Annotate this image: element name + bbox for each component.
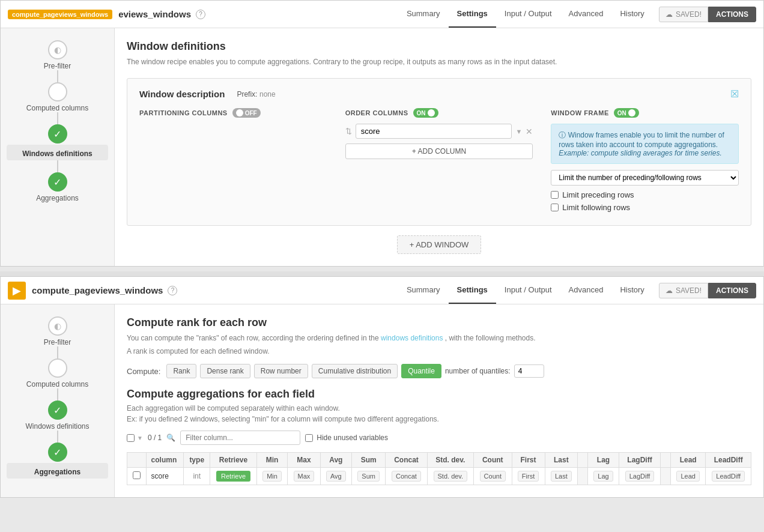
compute-cumulative[interactable]: Cumulative distribution — [312, 364, 398, 378]
panel-1-nav: Summary Settings Input / Output Advanced… — [398, 1, 653, 28]
retrieve-button[interactable]: Retrieve — [216, 471, 250, 482]
card-title: Window description — [139, 89, 225, 99]
info-box: ⓘ Window frames enable you to limit the … — [551, 124, 739, 164]
nav-history-2[interactable]: History — [611, 277, 652, 304]
lag-btn[interactable]: Lag — [593, 471, 613, 482]
row-type: int — [184, 468, 210, 485]
clock-icon-1: ◐ — [54, 45, 61, 55]
limit-following-checkbox[interactable] — [551, 204, 559, 211]
row-lead: Lead — [671, 468, 706, 485]
section-desc-1: The window recipe enables you to compute… — [127, 56, 751, 67]
connector-6 — [57, 431, 58, 443]
nav-summary-1[interactable]: Summary — [398, 1, 449, 28]
stddev-btn[interactable]: Std. dev. — [434, 471, 468, 482]
score-dropdown[interactable]: ▼ — [515, 128, 522, 135]
compute-quantile[interactable]: Quantile — [401, 364, 441, 378]
select-all-checkbox[interactable] — [127, 434, 135, 442]
sum-btn[interactable]: Sum — [357, 471, 380, 482]
order-toggle[interactable]: ON — [413, 108, 438, 118]
th-count: Count — [474, 453, 512, 468]
first-btn[interactable]: First — [518, 471, 539, 482]
dropdown-arrow[interactable]: ▼ — [137, 435, 143, 441]
compute-dense-rank[interactable]: Dense rank — [200, 364, 250, 378]
quantile-label: number of quantiles: — [445, 367, 511, 375]
step-label-windows-2: Windows definitions — [25, 422, 89, 431]
step-node-computed-2 — [48, 358, 67, 378]
row-sep1 — [578, 468, 588, 485]
saved-button-1[interactable]: ☁ SAVED! — [659, 7, 708, 22]
step-label-computed-1: Computed columns — [26, 104, 88, 112]
lead-btn[interactable]: Lead — [676, 471, 699, 482]
nav-inputoutput-2[interactable]: Input / Output — [496, 277, 560, 304]
connector-5 — [57, 388, 58, 401]
window-frame-label: WINDOW FRAME — [551, 109, 608, 116]
min-btn[interactable]: Min — [262, 471, 282, 482]
compute-title: Compute rank for each row — [127, 316, 751, 329]
panel-2-nav: Summary Settings Input / Output Advanced… — [398, 277, 653, 304]
agg-title: Compute aggregations for each field — [127, 388, 751, 401]
row-stddev: Std. dev. — [427, 468, 473, 485]
panel-2-tag: ▶ — [8, 282, 26, 300]
window-frame-toggle[interactable]: ON — [614, 108, 639, 118]
order-toggle-row: ORDER COLUMNS ON — [345, 108, 533, 118]
nav-inputoutput-1[interactable]: Input / Output — [496, 1, 560, 28]
nav-advanced-1[interactable]: Advanced — [560, 1, 612, 28]
compute-row-number[interactable]: Row number — [254, 364, 308, 378]
add-window-button[interactable]: + ADD WINDOW — [397, 235, 482, 254]
filter-input[interactable] — [180, 431, 300, 445]
quantile-input[interactable] — [514, 364, 544, 378]
hide-unused-checkbox[interactable] — [305, 434, 313, 442]
avg-btn[interactable]: Avg — [326, 471, 346, 482]
partitioning-section: PARTITIONING COLUMNS OFF — [139, 108, 327, 124]
nav-summary-2[interactable]: Summary — [398, 277, 449, 304]
th-avg: Avg — [320, 453, 351, 468]
leaddiff-btn[interactable]: LeadDiff — [712, 471, 745, 482]
limit-preceding-checkbox[interactable] — [551, 191, 559, 199]
help-icon-1[interactable]: ? — [196, 10, 205, 19]
row-concat: Concat — [386, 468, 427, 485]
step-aggregations-2: ✓ Aggregations — [7, 443, 108, 479]
score-remove[interactable]: ✕ — [526, 127, 533, 136]
clock-icon-2: ◐ — [54, 321, 61, 331]
lagdiff-btn[interactable]: LagDiff — [625, 471, 655, 482]
score-input[interactable] — [356, 124, 512, 139]
last-btn[interactable]: Last — [551, 471, 572, 482]
compute-desc-3: A rank is computed for each defined wind… — [127, 346, 751, 357]
windows-definitions-link[interactable]: windows definitions — [381, 334, 443, 342]
hide-unused: Hide unused variables — [305, 434, 388, 442]
section-title-1: Window definitions — [127, 40, 751, 53]
th-sep1 — [578, 453, 588, 468]
row-name: score — [146, 468, 184, 485]
partitioning-toggle[interactable]: OFF — [232, 108, 261, 118]
max-btn[interactable]: Max — [294, 471, 315, 482]
step-node-windows-2: ✓ — [48, 401, 67, 420]
nav-history-1[interactable]: History — [611, 1, 652, 28]
sort-icon: ⇅ — [345, 127, 352, 136]
step-highlight-windows-1: Windows definitions — [7, 145, 108, 160]
saved-button-2[interactable]: ☁ SAVED! — [659, 283, 708, 298]
panel-1-header: compute_pageviews_windows eviews_windows… — [1, 1, 763, 28]
order-section: ORDER COLUMNS ON ⇅ ▼ ✕ + ADD — [345, 108, 533, 159]
nav-settings-1[interactable]: Settings — [449, 1, 496, 28]
concat-btn[interactable]: Concat — [392, 471, 421, 482]
nav-settings-2[interactable]: Settings — [449, 277, 496, 304]
step-label-computed-2: Computed columns — [26, 380, 88, 388]
count-btn[interactable]: Count — [480, 471, 506, 482]
limit-following-label: Limit following rows — [562, 203, 630, 212]
add-column-button[interactable]: + ADD COLUMN — [345, 144, 533, 159]
step-windows-1: ✓ Windows definitions — [7, 124, 108, 172]
frame-select[interactable]: Limit the number of preceding/following … — [551, 170, 739, 186]
trash-icon[interactable]: ☒ — [730, 88, 739, 100]
row-checkbox[interactable] — [133, 471, 141, 479]
th-first: First — [512, 453, 545, 468]
panel-2-title: compute_pageviews_windows — [32, 285, 163, 295]
row-sep2 — [661, 468, 671, 485]
nav-advanced-2[interactable]: Advanced — [560, 277, 612, 304]
actions-button-2[interactable]: ACTIONS — [708, 283, 756, 298]
panel-1-tag: compute_pageviews_windows — [8, 10, 112, 19]
actions-button-1[interactable]: ACTIONS — [708, 7, 756, 22]
help-icon-2[interactable]: ? — [168, 286, 177, 295]
check-icon-agg-1: ✓ — [53, 177, 61, 188]
compute-rank[interactable]: Rank — [166, 364, 196, 378]
info-example: Example: compute sliding averages for ti… — [559, 149, 721, 157]
